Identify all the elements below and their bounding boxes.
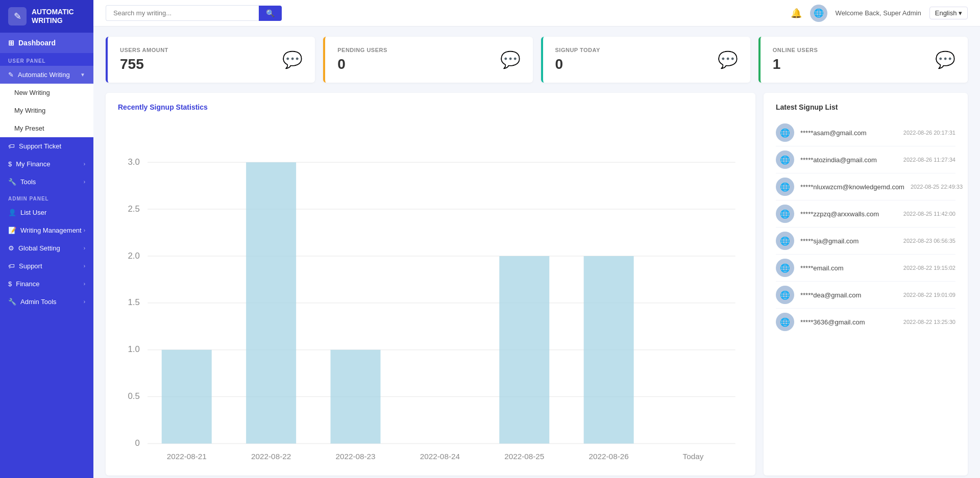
sidebar-item-finance[interactable]: $ Finance › [0,275,93,293]
signup-today-icon: 💬 [718,50,738,69]
svg-text:0: 0 [135,438,140,448]
submenu-item-my-writing[interactable]: My Writing [0,102,93,119]
signup-email: *****asam@gmail.com [800,129,867,137]
sidebar-dashboard[interactable]: ⊞ Dashboard [0,33,93,53]
stats-row: USERS AMOUNT 755 💬 PENDING USERS 0 💬 SIG… [106,37,968,83]
chevron-right-icon: › [84,281,85,287]
stat-card-users-amount: USERS AMOUNT 755 💬 [106,37,315,83]
bar-2022-08-26 [584,256,634,444]
svg-text:2022-08-25: 2022-08-25 [504,452,544,461]
signup-list-item: 🌐 *****asam@gmail.com 2022-08-26 20:17:3… [776,119,955,146]
bar-2022-08-21 [162,350,212,444]
admin-panel-label: ADMIN PANEL [0,191,93,204]
sidebar-item-support-ticket[interactable]: 🏷 Support Ticket [0,137,93,155]
signup-list-item: 🌐 *****zzpzq@arxxwalls.com 2022-08-25 11… [776,200,955,228]
signup-list-item: 🌐 *****email.com 2022-08-22 19:15:02 [776,255,955,282]
chevron-right-icon: › [84,161,85,167]
sidebar-item-label: Writing Management [20,227,82,234]
signup-email: *****3636@gmail.com [800,318,865,326]
svg-text:Today: Today [683,452,704,461]
svg-text:0.5: 0.5 [128,391,139,401]
sidebar-item-tools[interactable]: 🔧 Tools › [0,173,93,191]
stat-value-pending-users: 0 [337,56,387,72]
bell-icon[interactable]: 🔔 [791,8,802,19]
sidebar-item-list-user[interactable]: 👤 List User [0,204,93,221]
signup-list-item: 🌐 *****dea@gmail.com 2022-08-22 19:01:09 [776,282,955,309]
dashboard-label: Dashboard [18,39,56,47]
sidebar-item-label: Support [19,262,42,270]
user-icon: 👤 [8,209,16,216]
logo-icon: ✎ [8,7,27,26]
submenu-automatic-writing: New Writing My Writing My Preset [0,84,93,137]
sidebar-item-my-finance[interactable]: $ My Finance › [0,155,93,173]
sidebar-item-label: Tools [20,178,36,186]
search-input[interactable] [106,5,259,21]
stat-card-signup-today: SIGNUP TODAY 0 💬 [541,37,750,83]
submenu-item-new-writing[interactable]: New Writing [0,84,93,102]
sidebar-item-label: My Finance [16,160,50,168]
language-selector[interactable]: English ▾ [929,7,968,19]
users-amount-icon: 💬 [282,50,303,69]
sidebar-item-label: List User [20,209,46,216]
signup-date: 2022-08-26 20:17:31 [903,130,955,136]
stat-label-pending-users: PENDING USERS [337,47,387,53]
bottom-row: Recently Signup Statistics 3.0 2.5 2.0 1… [106,93,968,475]
signup-email: *****email.com [800,264,844,272]
signup-date: 2022-08-22 19:15:02 [903,265,955,271]
bar-2022-08-25 [499,256,549,444]
content-area: USERS AMOUNT 755 💬 PENDING USERS 0 💬 SIG… [93,27,980,478]
signup-email: *****atozindia@gmail.com [800,156,877,164]
signup-avatar: 🌐 [776,178,794,196]
sidebar-item-label: Admin Tools [20,298,57,306]
gear-icon: ⚙ [8,244,14,252]
sidebar-item-admin-tools[interactable]: 🔧 Admin Tools › [0,293,93,311]
svg-text:2022-08-23: 2022-08-23 [335,452,375,461]
signup-avatar: 🌐 [776,286,794,304]
sidebar-item-writing-management[interactable]: 📝 Writing Management › [0,221,93,239]
signup-list-item: 🌐 *****sja@gmail.com 2022-08-23 06:56:35 [776,228,955,255]
sidebar-item-label: Global Setting [18,244,60,252]
pending-users-icon: 💬 [500,50,521,69]
sidebar-item-automatic-writing[interactable]: ✎ Automatic Writing ▼ [0,66,93,84]
sidebar-item-label: Support Ticket [19,142,61,150]
tools-icon: 🔧 [8,178,16,186]
signup-date: 2022-08-25 22:49:33 [911,184,963,190]
svg-text:3.0: 3.0 [128,157,139,167]
admin-tools-icon: 🔧 [8,298,16,306]
sidebar-item-support[interactable]: 🏷 Support › [0,257,93,275]
stat-label-users-amount: USERS AMOUNT [120,47,168,53]
signup-email: *****nluxwzcm@knowledgemd.com [800,183,904,191]
signup-list-card: Latest Signup List 🌐 *****asam@gmail.com… [764,93,968,475]
search-button[interactable]: 🔍 [259,6,282,21]
svg-text:1.5: 1.5 [128,297,139,307]
header-right: 🔔 🌐 Welcome Back, Super Admin English ▾ [791,5,968,22]
sidebar-item-label: Automatic Writing [18,71,70,79]
signup-list-item: 🌐 *****nluxwzcm@knowledgemd.com 2022-08-… [776,173,955,200]
stat-card-pending-users: PENDING USERS 0 💬 [323,37,532,83]
chart-container: 3.0 2.5 2.0 1.5 1.0 0.5 0 [118,119,743,465]
signup-date: 2022-08-23 06:56:35 [903,238,955,244]
sidebar: ✎ AUTOMATIC WRITING ⊞ Dashboard USER PAN… [0,0,93,478]
signup-list-item: 🌐 *****atozindia@gmail.com 2022-08-26 11… [776,146,955,173]
signup-list-item: 🌐 *****3636@gmail.com 2022-08-22 13:25:3… [776,309,955,335]
svg-text:2.5: 2.5 [128,204,139,214]
bar-2022-08-22 [246,162,296,443]
signup-date: 2022-08-26 11:27:34 [903,157,955,163]
submenu-item-my-preset[interactable]: My Preset [0,119,93,137]
chevron-down-icon: ▼ [80,72,85,78]
signup-avatar: 🌐 [776,232,794,250]
sidebar-logo: ✎ AUTOMATIC WRITING [0,0,93,33]
chart-card: Recently Signup Statistics 3.0 2.5 2.0 1… [106,93,755,475]
signup-date: 2022-08-22 19:01:09 [903,292,955,298]
avatar: 🌐 [810,5,827,22]
bar-2022-08-23 [331,350,381,444]
header: 🔍 🔔 🌐 Welcome Back, Super Admin English … [93,0,980,27]
sidebar-item-global-setting[interactable]: ⚙ Global Setting › [0,239,93,257]
search-box: 🔍 [106,5,282,21]
signup-avatar: 🌐 [776,313,794,331]
svg-text:2022-08-21: 2022-08-21 [167,452,207,461]
main-content: 🔍 🔔 🌐 Welcome Back, Super Admin English … [93,0,980,478]
ticket-icon: 🏷 [8,142,15,150]
signup-avatar: 🌐 [776,123,794,142]
bar-chart: 3.0 2.5 2.0 1.5 1.0 0.5 0 [118,119,743,463]
